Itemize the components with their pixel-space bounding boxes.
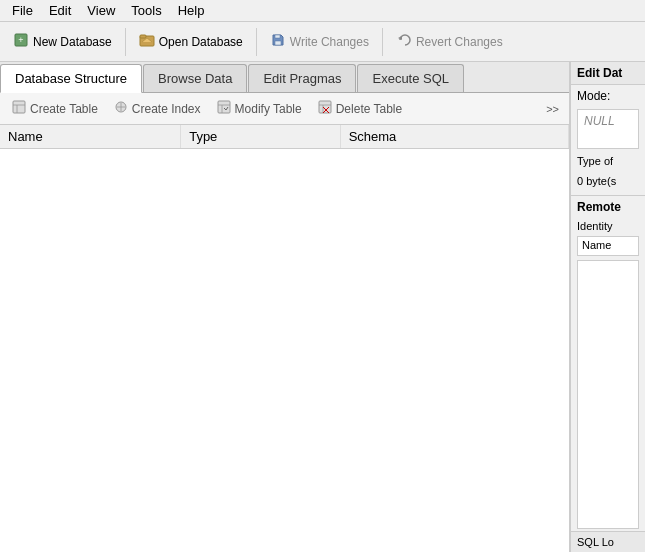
svg-text:+: + [18,35,23,45]
create-table-label: Create Table [30,102,98,116]
tab-edit-pragmas[interactable]: Edit Pragmas [248,64,356,92]
sql-log-button[interactable]: SQL Lo [571,531,645,552]
create-index-icon [114,100,128,117]
new-database-icon: + [13,32,29,51]
modify-table-button[interactable]: Modify Table [209,97,310,120]
write-changes-label: Write Changes [290,35,369,49]
create-index-label: Create Index [132,102,201,116]
create-index-button[interactable]: Create Index [106,97,209,120]
tab-browse-data[interactable]: Browse Data [143,64,247,92]
col-name-header: Name [0,125,181,149]
right-panel-mode-label: Mode: [571,85,645,107]
right-panel: Edit Dat Mode: NULL Type of 0 byte(s Rem… [570,62,645,552]
menu-edit[interactable]: Edit [41,1,79,20]
col-type-header: Type [181,125,340,149]
open-database-icon [139,32,155,51]
create-table-button[interactable]: Create Table [4,97,106,120]
modify-table-label: Modify Table [235,102,302,116]
tab-database-structure[interactable]: Database Structure [0,64,142,93]
col-schema-header: Schema [340,125,568,149]
tabs-bar: Database Structure Browse Data Edit Prag… [0,62,569,93]
right-panel-title: Edit Dat [571,62,645,85]
toolbar-sep-1 [125,28,126,56]
tab-execute-sql[interactable]: Execute SQL [357,64,464,92]
menu-help[interactable]: Help [170,1,213,20]
revert-changes-label: Revert Changes [416,35,503,49]
menu-bar: File Edit View Tools Help [0,0,645,22]
svg-rect-3 [140,35,146,38]
create-table-icon [12,100,26,117]
toolbar-sep-2 [256,28,257,56]
menu-tools[interactable]: Tools [123,1,169,20]
menu-view[interactable]: View [79,1,123,20]
svg-rect-7 [13,101,25,113]
delete-table-button[interactable]: Delete Table [310,97,411,120]
main-toolbar: + New Database Open Database Write Chang… [0,22,645,62]
revert-changes-button[interactable]: Revert Changes [387,27,512,56]
sub-toolbar: Create Table Create Index [0,93,569,125]
svg-rect-13 [218,101,230,113]
structure-table: Name Type Schema [0,125,569,149]
svg-rect-5 [275,35,280,38]
new-database-button[interactable]: + New Database [4,27,121,56]
menu-file[interactable]: File [4,1,41,20]
revert-changes-icon [396,32,412,51]
write-changes-icon [270,32,286,51]
remote-label: Remote [571,195,645,218]
identity-area [577,260,639,529]
more-button[interactable]: >> [540,100,565,118]
left-panel: Database Structure Browse Data Edit Prag… [0,62,570,552]
modify-table-icon [217,100,231,117]
name-column-label: Name [577,236,639,256]
byte-label: 0 byte(s [571,171,645,191]
delete-table-icon [318,100,332,117]
identity-label: Identity [571,218,645,234]
svg-rect-4 [275,41,281,45]
null-display: NULL [577,109,639,149]
main-content: Database Structure Browse Data Edit Prag… [0,62,645,552]
open-database-label: Open Database [159,35,243,49]
new-database-label: New Database [33,35,112,49]
table-area: Name Type Schema [0,125,569,552]
type-label: Type of [571,151,645,171]
open-database-button[interactable]: Open Database [130,27,252,56]
toolbar-sep-3 [382,28,383,56]
delete-table-label: Delete Table [336,102,403,116]
write-changes-button[interactable]: Write Changes [261,27,378,56]
